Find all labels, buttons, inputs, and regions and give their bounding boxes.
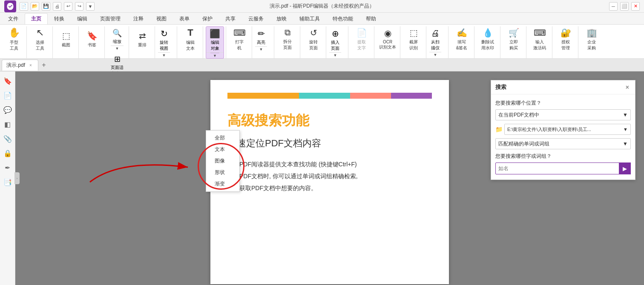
activation-btn[interactable]: ⌨ 输入激活码 [529, 26, 550, 52]
tab-protect[interactable]: 保护 [196, 13, 219, 24]
dropdown-gradient[interactable]: 渐变 [206, 178, 239, 190]
tab-help[interactable]: 帮助 [359, 13, 382, 24]
fill-sign-btn[interactable]: ✍ 填写&签名 [451, 26, 472, 52]
quick-access-toolbar[interactable]: 📄 📂 💾 🖨 ↩ ↪ ▼ [20, 2, 95, 11]
sidebar-layers-icon[interactable]: ◧ [2, 118, 14, 130]
rotate-view-btn[interactable]: ↻ 旋转视图 ▼ [158, 26, 170, 58]
dropdown-image[interactable]: 图像 [206, 155, 239, 167]
new-tab-btn[interactable]: + [39, 60, 49, 70]
ribbon-tab-bar: 文件 主页 转换 编辑 页面管理 注释 视图 表单 保护 共享 云服务 放映 辅… [0, 13, 644, 25]
sidebar-pages-icon[interactable]: 📄 [2, 89, 14, 101]
dropdown-shape[interactable]: 形状 [206, 167, 239, 178]
ocr-btn[interactable]: ◉ OCR识别文本 [377, 26, 398, 52]
tab-cloud[interactable]: 云服务 [242, 13, 270, 24]
rotate-page-btn[interactable]: ↺ 旋转页面 [303, 26, 324, 52]
scan-btn[interactable]: 🖨 从扫描仪 ▼ [429, 26, 442, 58]
insert-page-btn[interactable]: ⊕ 插入页面 ▼ [329, 26, 342, 58]
remove-watermark-btn[interactable]: 💧 删除试用水印 [477, 26, 498, 52]
new-btn[interactable]: 📄 [20, 2, 28, 11]
tab-page-manage[interactable]: 页面管理 [94, 13, 127, 24]
dropdown-text[interactable]: 文本 [206, 144, 239, 155]
highlight-label: 高亮 [257, 40, 265, 46]
bookmark-label: 书签 [88, 42, 96, 48]
search-close-btn[interactable]: × [624, 83, 631, 91]
redo-btn[interactable]: ↪ [75, 2, 83, 11]
customize-btn[interactable]: ▼ [86, 2, 95, 11]
zoom-label: 缩放 [113, 39, 121, 45]
tab-convert[interactable]: 转换 [48, 13, 71, 24]
restore-btn[interactable]: ⬜ [620, 2, 629, 11]
pdf-subtitle: 快速定位PDF文档内容 [227, 137, 432, 150]
ocr-icon: ◉ [384, 28, 391, 38]
edit-object-btn[interactable]: ⬛ 编辑对象 ▼ [206, 26, 224, 59]
buy-btn[interactable]: 🛒 立即购买 [503, 26, 524, 52]
screenshot-btn[interactable]: ⬚ 截图 [55, 26, 77, 52]
pdf-body1: 福昕PDF阅读器提供文本查找功能 (快捷键Ctrl+F) [227, 161, 357, 168]
typewriter-btn[interactable]: ⌨ 打字机 [229, 26, 250, 52]
edit-text-btn[interactable]: T 编辑文本 [180, 26, 201, 52]
tab-view[interactable]: 视图 [150, 13, 173, 24]
sidebar-bookmark-icon[interactable]: 🔖 [2, 75, 14, 87]
tab-file[interactable]: 文件 [2, 13, 25, 24]
title-bar-left: 📄 📂 💾 🖨 ↩ ↪ ▼ [4, 0, 95, 12]
sidebar-attachments-icon[interactable]: 📎 [2, 133, 14, 145]
left-sidebar: 🔖 📄 💬 ◧ 📎 🔒 ✒ 📑 [0, 71, 15, 285]
folder-path-dropdown[interactable]: E:\黄宗松文件\入职资料\入职资料\员工... ▼ [504, 124, 631, 135]
tab-home[interactable]: 主页 [25, 13, 48, 24]
tab-assist[interactable]: 辅助工具 [293, 13, 326, 24]
doc-tab[interactable]: 演示.pdf × [2, 60, 38, 71]
doc-tab-close-btn[interactable]: × [28, 62, 34, 68]
tab-special[interactable]: 特色功能 [326, 13, 359, 24]
enterprise-group: 🏢 企业采购 [579, 26, 604, 58]
dropdown-all[interactable]: 全部 [206, 132, 239, 144]
split-page-btn[interactable]: ⧉ 拆分页面 [277, 26, 298, 52]
location-dropdown[interactable]: 在当前PDF文档中 ▼ [495, 109, 631, 120]
screenshot-recognition-label: 截屏识别 [409, 39, 418, 51]
open-btn[interactable]: 📂 [31, 2, 39, 11]
screenshot-group: ⬚ 截图 [54, 26, 79, 58]
tab-annotation[interactable]: 注释 [127, 13, 150, 24]
screenshot-recognition-btn[interactable]: ⬚ 截屏识别 [403, 26, 424, 52]
undo-btn[interactable]: ↩ [64, 2, 72, 11]
select-tool-label: 选择工具 [36, 40, 44, 51]
tab-share[interactable]: 共享 [219, 13, 242, 24]
sidebar-comments-icon[interactable]: 💬 [2, 104, 14, 116]
activation-icon: ⌨ [534, 28, 546, 38]
highlight-btn[interactable]: ✏ 高亮 ▼ [255, 26, 267, 52]
sidebar-expand-btn[interactable]: › [14, 172, 20, 184]
folder-icon: 📁 [495, 126, 503, 133]
tab-form[interactable]: 表单 [173, 13, 196, 24]
search-execute-btn[interactable]: ▶ [619, 162, 631, 174]
close-btn[interactable]: ✕ [631, 2, 640, 11]
sidebar-pages2-icon[interactable]: 📑 [2, 176, 14, 188]
location-dropdown-arrow: ▼ [623, 112, 628, 118]
search-input[interactable] [495, 162, 631, 174]
screenshot-label: 截图 [62, 42, 70, 48]
save-btn[interactable]: 💾 [42, 2, 50, 11]
enterprise-btn[interactable]: 🏢 企业采购 [581, 26, 602, 52]
tab-edit[interactable]: 编辑 [71, 13, 94, 24]
hand-tool-btn[interactable]: ✋ 手型工具 [3, 26, 25, 52]
window-controls[interactable]: ─ ⬜ ✕ [609, 2, 640, 11]
minimize-btn[interactable]: ─ [609, 2, 618, 11]
search-panel-title: 搜索 [495, 83, 506, 91]
highlight-group: ✏ 高亮 ▼ [253, 26, 274, 58]
extract-text-btn[interactable]: 📄 提取文字 [351, 26, 372, 52]
app-logo [4, 0, 16, 12]
license-btn[interactable]: 🔐 授权管理 [555, 26, 576, 52]
bookmark-icon: 🔖 [87, 31, 98, 41]
reflow-btn[interactable]: ⇄ 重排 [132, 26, 153, 52]
sidebar-signatures-icon[interactable]: ✒ [2, 162, 14, 174]
print-btn[interactable]: 🖨 [53, 2, 61, 11]
zoom-btn[interactable]: 🔍 缩放 ▼ [107, 26, 127, 51]
extract-text-label: 提取文字 [357, 39, 366, 51]
tab-present[interactable]: 放映 [270, 13, 293, 24]
sidebar-security-icon[interactable]: 🔒 [2, 147, 14, 159]
pdf-body3: 快速获取PDF文档中想要的内容。 [227, 185, 317, 191]
highlight-icon: ✏ [258, 28, 265, 39]
select-tool-btn[interactable]: ↖ 选择工具 [29, 26, 51, 52]
match-dropdown[interactable]: 匹配精确的单词或词组 ▼ [495, 138, 631, 149]
bookmark-btn[interactable]: 🔖 书签 [81, 26, 103, 52]
edit-text-label: 编辑文本 [186, 40, 195, 51]
remove-watermark-icon: 💧 [483, 28, 493, 38]
